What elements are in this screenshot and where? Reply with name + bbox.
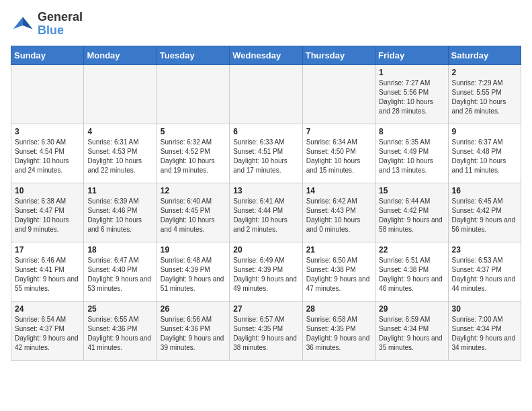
day-info: Sunrise: 6:38 AM Sunset: 4:47 PM Dayligh…: [15, 197, 80, 234]
day-info: Sunrise: 6:33 AM Sunset: 4:51 PM Dayligh…: [233, 138, 298, 175]
day-number: 25: [87, 304, 152, 314]
calendar-week-row: 17Sunrise: 6:46 AM Sunset: 4:41 PM Dayli…: [11, 242, 521, 301]
calendar-day-cell: 16Sunrise: 6:45 AM Sunset: 4:42 PM Dayli…: [448, 183, 521, 242]
day-info: Sunrise: 6:32 AM Sunset: 4:52 PM Dayligh…: [161, 138, 226, 175]
day-info: Sunrise: 6:31 AM Sunset: 4:53 PM Dayligh…: [87, 138, 152, 175]
calendar-day-cell: 24Sunrise: 6:54 AM Sunset: 4:37 PM Dayli…: [11, 301, 84, 360]
calendar-day-cell: 30Sunrise: 7:00 AM Sunset: 4:34 PM Dayli…: [448, 301, 521, 360]
day-info: Sunrise: 6:35 AM Sunset: 4:49 PM Dayligh…: [379, 138, 444, 175]
svg-marker-1: [23, 17, 32, 29]
day-number: 12: [161, 186, 226, 195]
calendar-day-cell: 27Sunrise: 6:57 AM Sunset: 4:35 PM Dayli…: [230, 301, 302, 360]
day-info: Sunrise: 6:53 AM Sunset: 4:37 PM Dayligh…: [452, 256, 517, 293]
day-number: 3: [15, 127, 80, 136]
calendar-day-cell: 7Sunrise: 6:34 AM Sunset: 4:50 PM Daylig…: [302, 124, 375, 183]
day-info: Sunrise: 6:49 AM Sunset: 4:39 PM Dayligh…: [233, 256, 298, 293]
weekday-header-sunday: Sunday: [11, 46, 84, 64]
day-info: Sunrise: 6:39 AM Sunset: 4:46 PM Dayligh…: [87, 197, 152, 234]
day-number: 5: [161, 127, 226, 136]
day-info: Sunrise: 6:56 AM Sunset: 4:36 PM Dayligh…: [161, 315, 226, 353]
day-number: 27: [233, 304, 298, 314]
day-number: 10: [15, 186, 80, 195]
calendar-day-cell: 28Sunrise: 6:58 AM Sunset: 4:35 PM Dayli…: [302, 301, 375, 360]
calendar-day-cell: 8Sunrise: 6:35 AM Sunset: 4:49 PM Daylig…: [375, 124, 448, 183]
day-number: 4: [87, 127, 152, 136]
calendar-week-row: 3Sunrise: 6:30 AM Sunset: 4:54 PM Daylig…: [11, 124, 521, 183]
day-number: 15: [379, 186, 444, 195]
day-info: Sunrise: 6:57 AM Sunset: 4:35 PM Dayligh…: [233, 315, 298, 353]
day-info: Sunrise: 6:45 AM Sunset: 4:42 PM Dayligh…: [452, 197, 517, 234]
day-info: Sunrise: 6:46 AM Sunset: 4:41 PM Dayligh…: [15, 256, 80, 293]
day-info: Sunrise: 6:30 AM Sunset: 4:54 PM Dayligh…: [15, 138, 80, 175]
calendar-day-cell: 9Sunrise: 6:37 AM Sunset: 4:48 PM Daylig…: [448, 124, 521, 183]
day-number: 18: [87, 245, 152, 255]
calendar-day-cell: [302, 64, 375, 124]
day-info: Sunrise: 7:27 AM Sunset: 5:56 PM Dayligh…: [379, 79, 444, 116]
calendar-week-row: 24Sunrise: 6:54 AM Sunset: 4:37 PM Dayli…: [11, 301, 521, 360]
day-number: 1: [379, 68, 444, 77]
calendar-day-cell: 14Sunrise: 6:42 AM Sunset: 4:43 PM Dayli…: [302, 183, 375, 242]
calendar-day-cell: 21Sunrise: 6:50 AM Sunset: 4:38 PM Dayli…: [302, 242, 375, 301]
day-number: 6: [233, 127, 298, 136]
weekday-header-friday: Friday: [375, 46, 448, 64]
day-info: Sunrise: 6:59 AM Sunset: 4:34 PM Dayligh…: [379, 315, 444, 353]
day-info: Sunrise: 6:42 AM Sunset: 4:43 PM Dayligh…: [306, 197, 371, 234]
day-info: Sunrise: 6:40 AM Sunset: 4:45 PM Dayligh…: [161, 197, 226, 234]
calendar-table: SundayMondayTuesdayWednesdayThursdayFrid…: [11, 46, 521, 361]
calendar-day-cell: [84, 64, 157, 124]
day-info: Sunrise: 6:37 AM Sunset: 4:48 PM Dayligh…: [452, 138, 517, 175]
day-number: 22: [379, 245, 444, 255]
calendar-day-cell: 11Sunrise: 6:39 AM Sunset: 4:46 PM Dayli…: [84, 183, 157, 242]
page-header: General Blue: [11, 11, 521, 38]
day-info: Sunrise: 6:50 AM Sunset: 4:38 PM Dayligh…: [306, 256, 371, 293]
calendar-day-cell: [230, 64, 302, 124]
calendar-day-cell: 26Sunrise: 6:56 AM Sunset: 4:36 PM Dayli…: [157, 301, 229, 360]
calendar-day-cell: 15Sunrise: 6:44 AM Sunset: 4:42 PM Dayli…: [375, 183, 448, 242]
day-number: 21: [306, 245, 371, 255]
calendar-day-cell: 22Sunrise: 6:51 AM Sunset: 4:38 PM Dayli…: [375, 242, 448, 301]
day-info: Sunrise: 6:41 AM Sunset: 4:44 PM Dayligh…: [233, 197, 298, 234]
day-number: 29: [379, 304, 444, 314]
logo: General Blue: [11, 11, 83, 38]
day-number: 28: [306, 304, 371, 314]
calendar-header-row: SundayMondayTuesdayWednesdayThursdayFrid…: [11, 46, 521, 64]
day-info: Sunrise: 6:55 AM Sunset: 4:36 PM Dayligh…: [87, 315, 152, 353]
logo-bird-icon: [11, 12, 35, 36]
calendar-day-cell: 1Sunrise: 7:27 AM Sunset: 5:56 PM Daylig…: [375, 64, 448, 124]
calendar-day-cell: 10Sunrise: 6:38 AM Sunset: 4:47 PM Dayli…: [11, 183, 84, 242]
day-number: 19: [161, 245, 226, 255]
day-number: 13: [233, 186, 298, 195]
calendar-day-cell: [11, 64, 84, 124]
day-number: 23: [452, 245, 517, 255]
day-number: 8: [379, 127, 444, 136]
calendar-day-cell: 6Sunrise: 6:33 AM Sunset: 4:51 PM Daylig…: [230, 124, 302, 183]
day-info: Sunrise: 6:54 AM Sunset: 4:37 PM Dayligh…: [15, 315, 80, 353]
weekday-header-thursday: Thursday: [302, 46, 375, 64]
day-info: Sunrise: 7:29 AM Sunset: 5:55 PM Dayligh…: [452, 79, 517, 116]
day-number: 26: [161, 304, 226, 314]
day-number: 11: [87, 186, 152, 195]
calendar-day-cell: [157, 64, 229, 124]
day-number: 24: [15, 304, 80, 314]
day-info: Sunrise: 6:58 AM Sunset: 4:35 PM Dayligh…: [306, 315, 371, 353]
calendar-day-cell: 29Sunrise: 6:59 AM Sunset: 4:34 PM Dayli…: [375, 301, 448, 360]
day-number: 7: [306, 127, 371, 136]
weekday-header-tuesday: Tuesday: [157, 46, 229, 64]
calendar-day-cell: 20Sunrise: 6:49 AM Sunset: 4:39 PM Dayli…: [230, 242, 302, 301]
calendar-day-cell: 25Sunrise: 6:55 AM Sunset: 4:36 PM Dayli…: [84, 301, 157, 360]
day-info: Sunrise: 6:47 AM Sunset: 4:40 PM Dayligh…: [87, 256, 152, 293]
calendar-week-row: 10Sunrise: 6:38 AM Sunset: 4:47 PM Dayli…: [11, 183, 521, 242]
logo-text: General Blue: [38, 11, 83, 38]
day-number: 17: [15, 245, 80, 255]
calendar-day-cell: 13Sunrise: 6:41 AM Sunset: 4:44 PM Dayli…: [230, 183, 302, 242]
day-info: Sunrise: 6:51 AM Sunset: 4:38 PM Dayligh…: [379, 256, 444, 293]
calendar-day-cell: 12Sunrise: 6:40 AM Sunset: 4:45 PM Dayli…: [157, 183, 229, 242]
day-number: 30: [452, 304, 517, 314]
calendar-day-cell: 5Sunrise: 6:32 AM Sunset: 4:52 PM Daylig…: [157, 124, 229, 183]
calendar-day-cell: 18Sunrise: 6:47 AM Sunset: 4:40 PM Dayli…: [84, 242, 157, 301]
day-number: 20: [233, 245, 298, 255]
weekday-header-wednesday: Wednesday: [230, 46, 302, 64]
day-info: Sunrise: 6:48 AM Sunset: 4:39 PM Dayligh…: [161, 256, 226, 293]
day-info: Sunrise: 7:00 AM Sunset: 4:34 PM Dayligh…: [452, 315, 517, 353]
calendar-day-cell: 23Sunrise: 6:53 AM Sunset: 4:37 PM Dayli…: [448, 242, 521, 301]
